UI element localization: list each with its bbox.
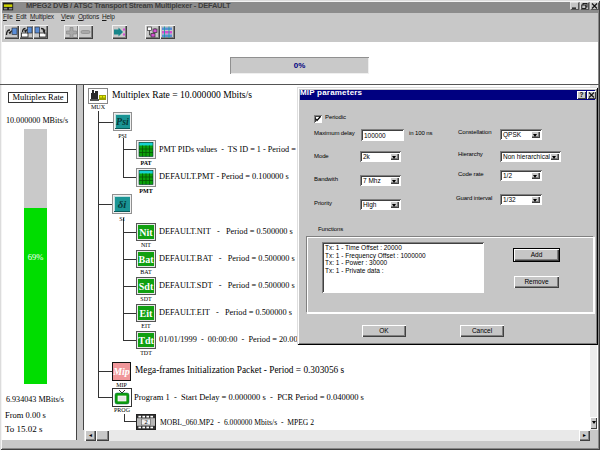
svg-text:δi: δi [118, 198, 128, 210]
svg-text:Mip: Mip [112, 366, 130, 377]
svg-text:Sdt: Sdt [139, 281, 154, 292]
svg-text:Bat: Bat [139, 254, 155, 265]
svg-text:2: 2 [144, 418, 147, 425]
svg-text:Eit: Eit [140, 308, 153, 319]
svg-text:Psi: Psi [116, 116, 129, 127]
svg-text:Nit: Nit [139, 227, 153, 238]
svg-text:Tdt: Tdt [138, 335, 154, 346]
